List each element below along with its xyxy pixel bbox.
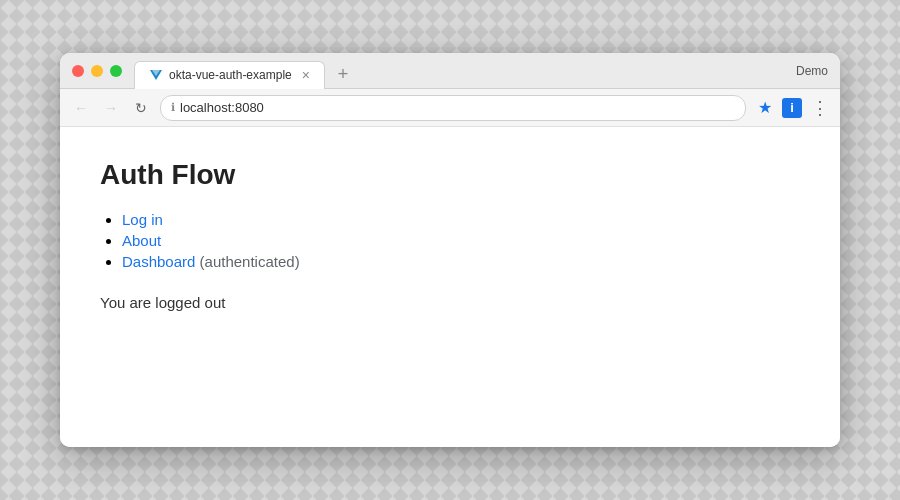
active-tab[interactable]: okta-vue-auth-example × (134, 61, 325, 89)
list-item: Log in (122, 211, 800, 228)
page-content: Auth Flow Log in About Dashboard (authen… (60, 127, 840, 447)
browser-window: okta-vue-auth-example × + Demo ← → ↻ ℹ l… (60, 53, 840, 447)
tab-title: okta-vue-auth-example (169, 68, 292, 82)
new-tab-button[interactable]: + (329, 61, 357, 89)
list-item: Dashboard (authenticated) (122, 253, 800, 270)
url-text: localhost:8080 (180, 100, 264, 115)
login-link[interactable]: Log in (122, 211, 163, 228)
tab-close-icon[interactable]: × (302, 68, 310, 82)
logout-status: You are logged out (100, 294, 800, 311)
url-bar[interactable]: ℹ localhost:8080 (160, 95, 746, 121)
nav-list: Log in About Dashboard (authenticated) (100, 211, 800, 270)
window-controls (72, 65, 122, 77)
menu-icon[interactable]: ⋮ (808, 97, 830, 119)
dashboard-link[interactable]: Dashboard (122, 253, 195, 270)
authenticated-label: (authenticated) (195, 253, 299, 270)
info-icon[interactable]: i (782, 98, 802, 118)
tab-bar: okta-vue-auth-example × + (134, 57, 796, 85)
address-actions: ★ i ⋮ (754, 97, 830, 119)
maximize-button[interactable] (110, 65, 122, 77)
title-bar: okta-vue-auth-example × + Demo (60, 53, 840, 89)
minimize-button[interactable] (91, 65, 103, 77)
page-title: Auth Flow (100, 159, 800, 191)
about-link[interactable]: About (122, 232, 161, 249)
demo-label: Demo (796, 64, 828, 78)
close-button[interactable] (72, 65, 84, 77)
bookmark-icon[interactable]: ★ (754, 97, 776, 119)
secure-icon: ℹ (171, 101, 175, 114)
address-bar: ← → ↻ ℹ localhost:8080 ★ i ⋮ (60, 89, 840, 127)
list-item: About (122, 232, 800, 249)
refresh-button[interactable]: ↻ (130, 97, 152, 119)
back-button[interactable]: ← (70, 97, 92, 119)
tab-favicon (149, 68, 163, 82)
forward-button[interactable]: → (100, 97, 122, 119)
